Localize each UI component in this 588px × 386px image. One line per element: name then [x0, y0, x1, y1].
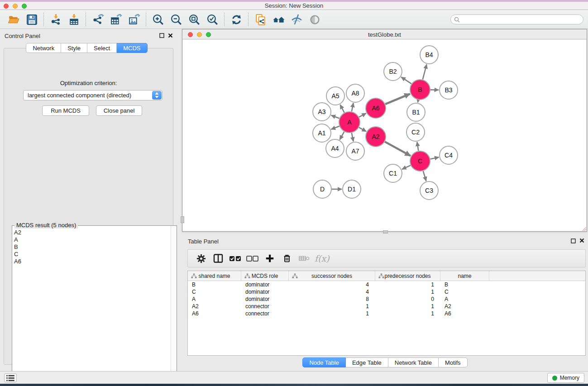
table-cell: 4 — [289, 289, 375, 295]
close-table-panel-icon[interactable] — [579, 238, 585, 243]
graph-node-A7[interactable]: A7 — [346, 142, 364, 160]
horizontal-scrollbar[interactable] — [383, 230, 388, 234]
tab-node-table[interactable]: Node Table — [302, 357, 346, 367]
tab-mcds[interactable]: MCDS — [117, 43, 147, 53]
zoom-fit-button[interactable] — [185, 11, 203, 28]
memory-label: Memory — [560, 375, 579, 381]
graph-node-C1[interactable]: C1 — [384, 164, 402, 182]
trash-button[interactable] — [279, 251, 295, 266]
tab-style[interactable]: Style — [61, 43, 87, 53]
export-network-button[interactable] — [89, 11, 107, 28]
table-row[interactable]: Bdominator41B — [188, 281, 585, 288]
home-button[interactable] — [269, 11, 287, 28]
graph-node-A8[interactable]: A8 — [346, 84, 364, 102]
refresh-button[interactable] — [227, 11, 245, 28]
hide-details-button[interactable] — [287, 11, 306, 28]
table-row[interactable]: A6connector11A6 — [188, 310, 585, 317]
edge-A-A5 — [340, 105, 344, 112]
save-session-button[interactable] — [23, 11, 41, 28]
close-panel-icon[interactable] — [168, 33, 173, 38]
graph-node-C2[interactable]: C2 — [406, 123, 425, 141]
resize-grip[interactable] — [581, 226, 587, 231]
memory-button[interactable]: Memory — [547, 373, 584, 383]
tab-select[interactable]: Select — [87, 43, 117, 53]
show-details-button[interactable] — [306, 11, 324, 28]
tab-network-table[interactable]: Network Table — [388, 357, 439, 367]
tab-edge-table[interactable]: Edge Table — [346, 357, 388, 367]
column-header-name[interactable]: name — [440, 271, 489, 281]
node-label: C3 — [425, 187, 433, 194]
vertical-scrollbar[interactable] — [181, 216, 184, 223]
graph-node-D[interactable]: D — [313, 180, 331, 198]
graph-node-A2[interactable]: A2 — [366, 127, 386, 147]
node-label: A3 — [318, 108, 325, 115]
table-row[interactable]: Adominator80A — [188, 295, 585, 303]
zoom-selected-icon — [206, 14, 219, 26]
graph-node-C[interactable]: C — [410, 151, 430, 171]
float-table-panel-icon[interactable] — [571, 238, 576, 244]
table-row[interactable]: A2connector11A2 — [188, 303, 585, 310]
edge-B-B2 — [401, 77, 411, 84]
export-table-icon — [110, 14, 122, 26]
columns-button[interactable] — [210, 251, 226, 266]
column-header-predecessor-nodes[interactable]: predecessor nodes — [375, 271, 440, 281]
table-cell: 1 — [375, 310, 440, 317]
column-header-label: successor nodes — [311, 273, 352, 279]
duplicate-network-button[interactable] — [251, 11, 269, 28]
column-header-label: predecessor nodes — [384, 273, 430, 279]
graph-node-A6[interactable]: A6 — [366, 98, 386, 118]
float-panel-icon[interactable] — [159, 33, 165, 38]
gear-button[interactable] — [193, 251, 209, 266]
import-network-icon — [50, 14, 62, 26]
graph-node-D1[interactable]: D1 — [343, 180, 361, 198]
zoom-in-button[interactable] — [149, 11, 167, 28]
export-table-button[interactable] — [107, 11, 125, 28]
tab-motifs[interactable]: Motifs — [439, 357, 468, 367]
deselect-all-button[interactable] — [245, 251, 260, 266]
export-network-icon — [92, 14, 104, 26]
search-field[interactable] — [450, 14, 583, 24]
node-label: A7 — [351, 148, 359, 155]
graph-node-B4[interactable]: B4 — [420, 46, 438, 64]
graph-node-B2[interactable]: B2 — [384, 62, 402, 81]
refresh-icon — [230, 14, 243, 26]
node-label: B1 — [412, 109, 420, 116]
search-input[interactable] — [462, 15, 580, 24]
open-session-button[interactable] — [5, 11, 23, 28]
task-history-button[interactable] — [4, 373, 17, 382]
column-header-successor-nodes[interactable]: successor nodes — [289, 271, 375, 281]
node-label: A — [347, 119, 352, 126]
edge-C-C2 — [417, 142, 418, 151]
graph-node-A1[interactable]: A1 — [313, 124, 331, 142]
import-table-button[interactable] — [65, 11, 83, 28]
graph-node-A[interactable]: A — [339, 112, 360, 133]
edge-B-B1 — [418, 100, 418, 103]
column-header-shared-name[interactable]: shared name — [188, 271, 241, 281]
tab-network[interactable]: Network — [26, 43, 61, 53]
graph-node-C4[interactable]: C4 — [440, 146, 458, 164]
chevron-up-down-icon — [152, 91, 162, 100]
import-network-button[interactable] — [47, 11, 65, 28]
table-row[interactable]: Cdominator41C — [188, 288, 585, 295]
graph-node-A3[interactable]: A3 — [313, 103, 331, 121]
plus-button[interactable] — [262, 251, 277, 266]
zoom-selected-button[interactable] — [203, 11, 221, 28]
column-header-MCDS-role[interactable]: MCDS role — [241, 271, 289, 281]
graph-node-B3[interactable]: B3 — [440, 81, 458, 99]
mcds-result-scrollbar[interactable] — [171, 226, 177, 380]
run-mcds-button[interactable]: Run MCDS — [42, 105, 89, 116]
network-window-titlebar[interactable]: testGlobe.txt — [182, 29, 587, 39]
network-canvas[interactable]: B4 B2 B B3 B1 A6 A5 A8 A3 A A1 C2 A2 A4 … — [183, 40, 586, 231]
node-label: B — [418, 86, 422, 93]
close-panel-button[interactable]: Close panel — [96, 105, 142, 116]
mcds-result-box: MCDS result (5 nodes) A2ABCA6 — [12, 225, 177, 381]
select-all-button[interactable] — [228, 251, 243, 266]
graph-node-A5[interactable]: A5 — [326, 87, 344, 105]
export-image-button[interactable] — [125, 11, 143, 28]
graph-node-C3[interactable]: C3 — [420, 181, 438, 200]
graph-node-B1[interactable]: B1 — [407, 103, 425, 121]
zoom-out-button[interactable] — [167, 11, 185, 28]
criterion-select[interactable]: largest connected component (directed) — [23, 90, 163, 100]
graph-node-B[interactable]: B — [410, 80, 430, 100]
graph-node-A4[interactable]: A4 — [326, 139, 344, 157]
